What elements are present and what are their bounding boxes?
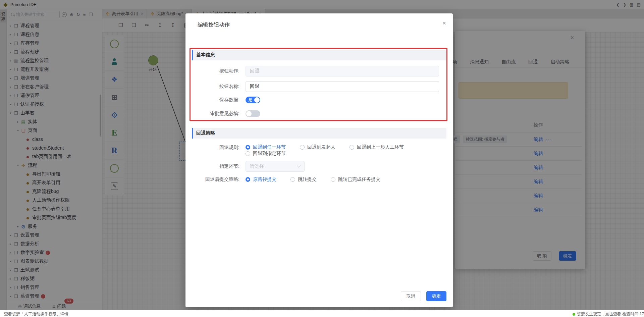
field-label: 回退后提交策略:: [192, 176, 239, 182]
field-label: 按钮名称:: [192, 84, 239, 90]
radio-label: 回退到任一环节: [253, 144, 286, 150]
status-right-text: 资源发生变更，点击查看.检查时间:17:: [577, 311, 644, 317]
section-title: 基本信息: [196, 52, 215, 58]
modal-title: 编辑按钮动作: [198, 21, 230, 29]
radio-icon: [300, 145, 305, 150]
radio-original-path-submit[interactable]: 原路径提交: [246, 176, 276, 182]
radio-icon: [246, 151, 250, 156]
field-label: 保存数据:: [192, 97, 239, 103]
rollback-rule-row: 回退规则: 回退到任一环节 回退到发起人 回退到上一步人工环节: [192, 144, 446, 156]
field-label: 按钮动作:: [192, 68, 239, 74]
toggle-knob: [246, 111, 252, 116]
modal-close-icon[interactable]: ×: [442, 19, 446, 27]
radio-icon: [331, 177, 335, 182]
radio-rollback-any-step[interactable]: 回退到任一环节: [246, 144, 286, 150]
modal-footer: 取消 确定: [401, 291, 446, 301]
button-name-row: 按钮名称: 回退: [192, 81, 446, 92]
basic-info-section-header: 基本信息: [192, 50, 446, 60]
field-label: 审批意见必填:: [192, 111, 239, 117]
section-title: 回退策略: [196, 130, 215, 136]
edit-button-action-modal: 编辑按钮动作 × 基本信息 按钮动作: 回退 按钮名称: 回退 保存数据: 是 …: [185, 13, 453, 307]
radio-jump-completed-task-submit[interactable]: 跳转已完成任务提交: [331, 176, 380, 182]
comment-required-toggle[interactable]: [246, 110, 260, 117]
app-root: Primeton-IDE ❮❯▦▤ 资源 输入关键字搜索 AI⊕↻≡❐ ▸ 课程…: [0, 0, 644, 317]
radio-label: 跳转提交: [298, 176, 317, 182]
radio-label: 原路径提交: [253, 176, 276, 182]
select-placeholder: 请选择: [250, 163, 264, 169]
field-label: 回退规则:: [192, 144, 239, 151]
radio-jump-submit[interactable]: 跳转提交: [290, 176, 317, 182]
status-right-notice[interactable]: 资源发生变更，点击查看.检查时间:17:: [573, 311, 644, 317]
target-step-row: 指定环节: 请选择: [192, 161, 446, 172]
button-action-row: 按钮动作: 回退: [192, 66, 446, 76]
ok-button[interactable]: 确定: [426, 291, 446, 301]
radio-rollback-to-initiator[interactable]: 回退到发起人: [300, 144, 335, 150]
status-green-dot-icon: [573, 313, 575, 316]
radio-rollback-previous-manual-step[interactable]: 回退到上一步人工环节: [350, 144, 404, 150]
button-action-input[interactable]: 回退: [246, 66, 439, 76]
radio-label: 跳转已完成任务提交: [338, 176, 380, 182]
radio-icon: [246, 177, 250, 182]
toggle-knob: [254, 97, 260, 103]
status-left-text: 查看资源「人工活动操作权限」详情: [4, 311, 68, 317]
radio-label: 回退到上一步人工环节: [357, 144, 404, 150]
save-data-toggle[interactable]: 是: [246, 97, 260, 103]
radio-label: 回退到指定环节: [253, 151, 286, 157]
target-step-select[interactable]: 请选择: [246, 161, 305, 172]
cancel-button[interactable]: 取消: [401, 291, 421, 301]
rollback-strategy-section-header: 回退策略: [192, 128, 446, 139]
radio-icon: [246, 145, 250, 150]
radio-icon: [290, 177, 295, 182]
save-data-row: 保存数据: 是: [192, 97, 446, 103]
status-bar: 查看资源「人工活动操作权限」详情 资源发生变更，点击查看.检查时间:17:: [0, 310, 644, 317]
radio-icon: [350, 145, 354, 150]
comment-required-row: 审批意见必填:: [192, 110, 446, 117]
toggle-on-text: 是: [248, 98, 252, 102]
radio-rollback-specified-step[interactable]: 回退到指定环节: [246, 151, 286, 157]
chevron-down-icon: [297, 164, 301, 167]
radio-label: 回退到发起人: [307, 144, 335, 150]
field-label: 指定环节:: [192, 163, 239, 169]
submit-strategy-row: 回退后提交策略: 原路径提交 跳转提交 跳转已完成任务提交: [192, 176, 446, 182]
button-name-input[interactable]: 回退: [246, 81, 439, 92]
